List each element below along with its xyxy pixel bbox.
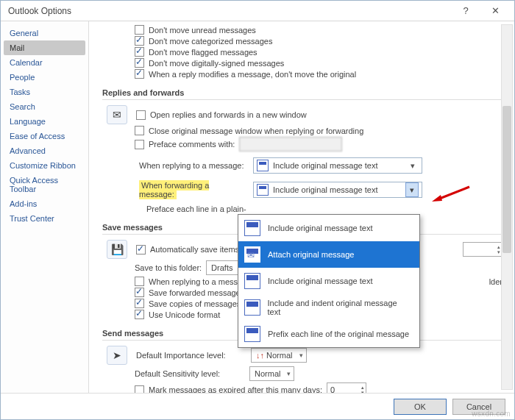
sidebar-item-people[interactable]: People bbox=[4, 70, 85, 85]
importance-select[interactable]: ↓↑ Normal bbox=[251, 348, 307, 363]
check-label: Open replies and forwards in a new windo… bbox=[150, 110, 307, 119]
check-label: Don't move unread messages bbox=[149, 26, 256, 35]
check-label: Mark messages as expired after this many… bbox=[149, 385, 322, 393]
autosave-minutes-spinner[interactable] bbox=[463, 242, 502, 257]
checkbox-autosave[interactable] bbox=[136, 245, 146, 255]
save-icon: 💾 bbox=[107, 240, 127, 259]
chevron-down-icon[interactable]: ▾ bbox=[405, 182, 419, 197]
outlook-options-dialog: Outlook Options ? ✕ General Mail Calenda… bbox=[0, 0, 515, 420]
message-icon bbox=[244, 273, 260, 289]
checkbox[interactable] bbox=[135, 25, 144, 35]
forward-mode-menu: Include original message text Attach ori… bbox=[238, 214, 420, 348]
expire-days-spinner[interactable]: 0 bbox=[327, 382, 366, 393]
sidebar-item-ease-of-access[interactable]: Ease of Access bbox=[4, 129, 85, 143]
preface-comments-input[interactable] bbox=[239, 137, 342, 152]
message-icon bbox=[257, 184, 269, 196]
replies-icon: ✉ bbox=[107, 105, 127, 124]
help-button[interactable]: ? bbox=[451, 5, 480, 16]
fwd-option-prefix[interactable]: Prefix each line of the original message bbox=[238, 321, 419, 347]
send-icon: ➤ bbox=[107, 346, 127, 365]
check-label: Don't move digitally-signed messages bbox=[149, 59, 284, 68]
options-sidebar: General Mail Calendar People Tasks Searc… bbox=[1, 21, 89, 393]
dialog-footer: OK Cancel bbox=[1, 393, 514, 419]
sidebar-item-mail[interactable]: Mail bbox=[4, 40, 85, 55]
fwd-option-include[interactable]: Include original message text bbox=[238, 215, 419, 241]
message-icon bbox=[244, 220, 260, 236]
check-label: When replying to a message bbox=[149, 277, 251, 286]
check-label: Save copies of messages in bbox=[149, 299, 249, 308]
content-panel: Don't move unread messages Don't move ca… bbox=[89, 21, 514, 393]
check-label: When a reply modifies a message, don't m… bbox=[149, 70, 356, 79]
message-icon bbox=[257, 160, 269, 171]
close-button[interactable]: ✕ bbox=[480, 5, 510, 16]
sensitivity-label: Default Sensitivity level: bbox=[135, 369, 245, 378]
sidebar-item-add-ins[interactable]: Add-ins bbox=[4, 196, 85, 211]
sidebar-item-quick-access-toolbar[interactable]: Quick Access Toolbar bbox=[4, 173, 85, 196]
sidebar-item-search[interactable]: Search bbox=[4, 99, 85, 114]
fwd-option-attach[interactable]: Attach original message bbox=[238, 241, 419, 268]
check-label: Automatically save items th bbox=[150, 245, 248, 254]
sidebar-item-customize-ribbon[interactable]: Customize Ribbon bbox=[4, 158, 85, 173]
sidebar-item-general[interactable]: General bbox=[4, 26, 85, 40]
chevron-down-icon: ▾ bbox=[407, 161, 419, 171]
cancel-button[interactable]: Cancel bbox=[452, 399, 505, 415]
checkbox-reply-same-folder[interactable] bbox=[135, 277, 144, 286]
checkbox-unicode[interactable] bbox=[135, 310, 144, 319]
reply-mode-label: When replying to a message: bbox=[135, 161, 249, 170]
checkbox-preface-comments[interactable] bbox=[135, 140, 144, 149]
forward-mode-dropdown[interactable]: Include original message text ▾ bbox=[253, 182, 422, 198]
checkbox-save-forwarded[interactable] bbox=[135, 288, 144, 297]
check-label: Save forwarded messages bbox=[149, 288, 244, 297]
sidebar-item-tasks[interactable]: Tasks bbox=[4, 85, 85, 99]
checkbox-open-new-window[interactable] bbox=[136, 110, 146, 120]
attach-message-icon bbox=[244, 246, 260, 263]
sidebar-item-calendar[interactable]: Calendar bbox=[4, 55, 85, 70]
checkbox[interactable] bbox=[135, 69, 144, 79]
check-label: Preface comments with: bbox=[149, 140, 235, 149]
importance-label: Default Importance level: bbox=[136, 351, 246, 360]
save-folder-label: Save to this folder: bbox=[135, 263, 202, 272]
check-label: Close original message window when reply… bbox=[149, 127, 363, 135]
scrollbar-thumb[interactable] bbox=[502, 106, 511, 253]
checkbox[interactable] bbox=[135, 58, 144, 68]
sidebar-item-advanced[interactable]: Advanced bbox=[4, 143, 85, 158]
check-label: Don't move categorized messages bbox=[149, 37, 272, 46]
checkbox-close-original[interactable] bbox=[135, 126, 144, 135]
fwd-option-include-2[interactable]: Include original message text bbox=[238, 268, 419, 294]
checkbox[interactable] bbox=[135, 47, 144, 57]
section-replies-forwards: Replies and forwards bbox=[102, 85, 502, 100]
sidebar-item-language[interactable]: Language bbox=[4, 114, 85, 129]
window-title: Outlook Options bbox=[8, 6, 451, 16]
preface-line-label: Preface each line in a plain- bbox=[146, 204, 246, 213]
checkbox-save-copies[interactable] bbox=[135, 299, 144, 308]
fwd-option-indent[interactable]: Include and indent original message text bbox=[238, 294, 419, 321]
forward-mode-label: When forwarding a message: bbox=[135, 181, 249, 199]
checkbox-expire[interactable] bbox=[135, 385, 144, 394]
reply-mode-dropdown[interactable]: Include original message text ▾ bbox=[253, 157, 422, 174]
message-indent-icon bbox=[244, 299, 260, 316]
sensitivity-select[interactable]: Normal bbox=[249, 366, 294, 381]
sidebar-item-trust-center[interactable]: Trust Center bbox=[4, 211, 85, 226]
check-label: Use Unicode format bbox=[149, 310, 220, 319]
titlebar: Outlook Options ? ✕ bbox=[1, 1, 514, 21]
checkbox[interactable] bbox=[135, 36, 144, 46]
ok-button[interactable]: OK bbox=[394, 399, 447, 415]
check-label: Don't move flagged messages bbox=[149, 48, 258, 57]
vertical-scrollbar[interactable] bbox=[501, 24, 513, 390]
message-prefix-icon bbox=[244, 326, 260, 342]
